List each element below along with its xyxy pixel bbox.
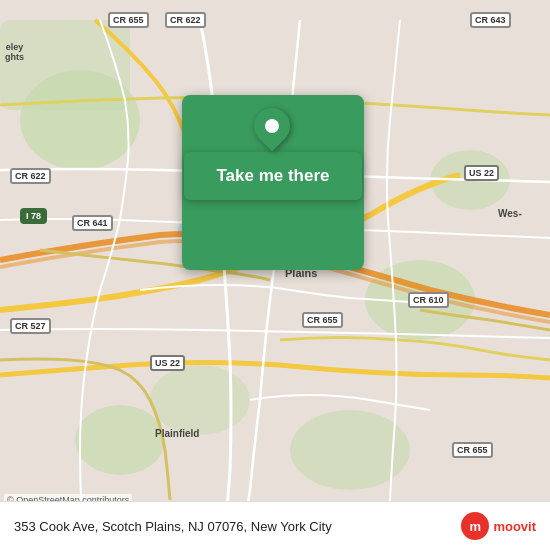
- cta-button-label: Take me there: [216, 166, 329, 186]
- pin-inner-dot: [265, 119, 279, 133]
- road-badge-cr641: CR 641: [72, 215, 113, 231]
- place-label-westfield: Wes-: [498, 208, 522, 219]
- road-badge-cr622-left: CR 622: [10, 168, 51, 184]
- road-badge-cr655-top: CR 655: [108, 12, 149, 28]
- road-badge-i78: I 78: [20, 208, 47, 224]
- road-badge-cr655-far: CR 655: [452, 442, 493, 458]
- take-me-there-button[interactable]: Take me there: [184, 152, 362, 200]
- pin-marker: [254, 108, 290, 144]
- road-badge-cr622-top: CR 622: [165, 12, 206, 28]
- road-badge-cr655-bottom: CR 655: [302, 312, 343, 328]
- moovit-icon: m: [461, 512, 489, 540]
- moovit-letter: m: [470, 519, 482, 534]
- road-badge-cr610: CR 610: [408, 292, 449, 308]
- road-badge-us22-right: US 22: [464, 165, 499, 181]
- place-label-berkeley: eleyghts: [5, 42, 24, 62]
- svg-point-5: [75, 405, 165, 475]
- road-badge-cr643: CR 643: [470, 12, 511, 28]
- map-roads-svg: [0, 0, 550, 550]
- svg-point-3: [150, 365, 250, 435]
- address-label: 353 Cook Ave, Scotch Plains, NJ 07076, N…: [14, 519, 461, 534]
- map-container: CR 622 CR 622 CR 641 CR 527 CR 655 CR 65…: [0, 0, 550, 550]
- road-badge-us22-bottom: US 22: [150, 355, 185, 371]
- bottom-bar: 353 Cook Ave, Scotch Plains, NJ 07076, N…: [0, 501, 550, 550]
- pin-icon: [247, 101, 298, 152]
- moovit-logo[interactable]: m moovit: [461, 512, 536, 540]
- road-badge-cr527: CR 527: [10, 318, 51, 334]
- place-label-plainfield: Plainfield: [155, 428, 199, 439]
- moovit-text: moovit: [493, 519, 536, 534]
